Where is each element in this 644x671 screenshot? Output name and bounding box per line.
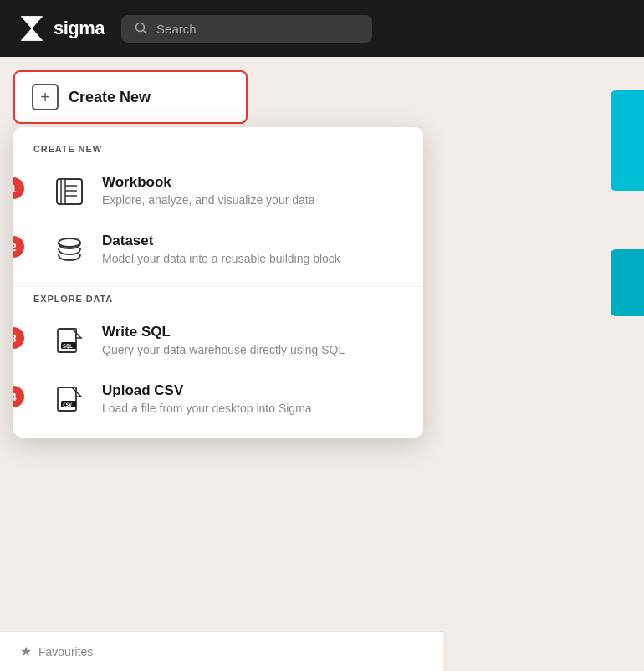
write-sql-text-group: Write SQL Query your data warehouse dire… [102,322,345,356]
csv-icon: CSV [50,381,89,419]
workbook-description: Explore, analyze, and visualize your dat… [102,193,314,207]
upload-csv-text-group: Upload CSV Load a file from your desktop… [102,381,312,415]
dataset-menu-item[interactable]: Dataset Model your data into a reusable … [30,221,423,279]
write-sql-item-wrapper: 3 SQL Write SQL Query your data warehous… [13,312,423,371]
svg-marker-0 [21,17,42,41]
dataset-description: Model your data into a reusable building… [102,252,340,265]
create-new-label: Create New [69,89,151,106]
dataset-icon [50,231,89,269]
item-badge-2: 2 [13,236,24,258]
teal-shape-1 [611,90,644,191]
svg-rect-4 [61,179,65,204]
svg-point-8 [59,238,80,247]
workbook-text-group: Workbook Explore, analyze, and visualize… [102,172,314,207]
svg-text:SQL: SQL [63,343,73,350]
sidebar-area: + Create New CREATE NEW 1 [0,57,443,671]
navbar: sigma Search [0,0,644,57]
footer-hint: ★ Favourites [0,631,443,671]
teal-shape-2 [611,249,644,316]
sql-icon: SQL [50,322,89,361]
logo-text: sigma [54,18,105,39]
section-divider [13,286,423,287]
logo-area: sigma [17,13,105,44]
section-label-create: CREATE NEW [13,144,423,162]
item-badge-1: 1 [13,177,24,199]
write-sql-description: Query your data warehouse directly using… [102,343,345,356]
workbook-title: Workbook [102,174,314,191]
svg-line-2 [144,31,147,34]
workbook-icon [50,172,89,211]
create-new-dropdown: CREATE NEW 1 Workbook [13,127,423,438]
upload-csv-title: Upload CSV [102,382,312,399]
write-sql-menu-item[interactable]: SQL Write SQL Query your data warehouse … [30,312,423,371]
dataset-title: Dataset [102,233,340,249]
item-badge-4: 4 [13,386,24,407]
upload-csv-description: Load a file from your desktop into Sigma [102,402,312,415]
upload-csv-item-wrapper: 4 CSV Upload CSV Load a file from your d… [13,371,423,429]
write-sql-title: Write SQL [102,324,345,341]
plus-icon: + [32,84,59,110]
create-new-button[interactable]: + Create New [13,70,248,124]
svg-text:CSV: CSV [63,402,72,407]
workbook-menu-item[interactable]: Workbook Explore, analyze, and visualize… [30,162,423,221]
workbook-item-wrapper: 1 Workbook Explore, analyze, and [13,162,423,221]
footer-label: Favourites [38,645,93,658]
dataset-text-group: Dataset Model your data into a reusable … [102,231,340,265]
main-content: + Create New CREATE NEW 1 [0,57,644,671]
sigma-logo-icon [17,13,47,44]
upload-csv-menu-item[interactable]: CSV Upload CSV Load a file from your des… [30,371,423,429]
item-badge-3: 3 [13,327,24,349]
dataset-item-wrapper: 2 Dataset Model your data into a reusabl… [13,221,423,279]
star-icon: ★ [20,643,32,659]
search-placeholder: Search [156,22,197,36]
search-bar[interactable]: Search [121,15,372,43]
search-icon [135,22,148,35]
section-label-explore: EXPLORE DATA [13,294,423,312]
right-panel [443,57,644,671]
